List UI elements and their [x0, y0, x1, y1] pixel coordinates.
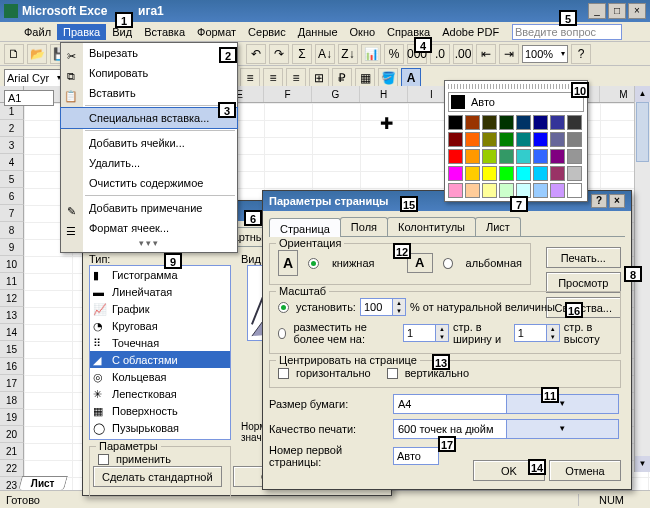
color-swatch[interactable] — [516, 132, 531, 147]
decrease-decimal-button[interactable]: .00 — [453, 44, 473, 64]
chart-type-item[interactable]: ▦Поверхность — [90, 402, 230, 419]
color-auto-button[interactable]: Авто — [448, 92, 584, 112]
color-swatch[interactable] — [550, 166, 565, 181]
font-color-button[interactable]: A — [401, 68, 421, 88]
align-center-button[interactable]: ≡ — [263, 68, 283, 88]
color-swatch[interactable] — [550, 132, 565, 147]
color-swatch[interactable] — [465, 132, 480, 147]
col-head-F[interactable]: F — [264, 86, 312, 102]
color-swatch[interactable] — [482, 166, 497, 181]
menu-expand-icon[interactable]: ▾▾▾ — [61, 238, 237, 252]
maximize-button[interactable]: □ — [608, 3, 626, 19]
color-swatch[interactable] — [465, 149, 480, 164]
color-swatch[interactable] — [533, 132, 548, 147]
color-swatch[interactable] — [465, 115, 480, 130]
color-swatch[interactable] — [448, 115, 463, 130]
color-swatch[interactable] — [533, 115, 548, 130]
make-default-button[interactable]: Сделать стандартной — [93, 466, 222, 487]
color-swatch[interactable] — [465, 183, 480, 198]
open-button[interactable]: 📂 — [27, 44, 47, 64]
color-swatch[interactable] — [550, 149, 565, 164]
chart-type-item[interactable]: ✳Лепестковая — [90, 385, 230, 402]
scroll-thumb[interactable] — [636, 102, 649, 162]
color-swatch[interactable] — [533, 166, 548, 181]
row-head-15[interactable]: 15 — [0, 341, 24, 358]
center-horiz-check[interactable] — [278, 368, 289, 379]
increase-decimal-button[interactable]: .0 — [430, 44, 450, 64]
currency-button[interactable]: ₽ — [332, 68, 352, 88]
row-head-8[interactable]: 8 — [0, 222, 24, 239]
col-head-G[interactable]: G — [312, 86, 360, 102]
zoom-combo[interactable]: 100% — [522, 45, 568, 63]
undo-button[interactable]: ↶ — [246, 44, 266, 64]
print-button[interactable]: Печать... — [546, 247, 621, 268]
color-swatch[interactable] — [516, 166, 531, 181]
row-head-20[interactable]: 20 — [0, 426, 24, 443]
page-cancel-button[interactable]: Отмена — [549, 460, 621, 481]
color-swatch[interactable] — [567, 149, 582, 164]
align-left-button[interactable]: ≡ — [240, 68, 260, 88]
center-vert-check[interactable] — [387, 368, 398, 379]
color-swatch[interactable] — [448, 166, 463, 181]
paper-combo[interactable]: A4▼ — [393, 394, 619, 414]
row-head-17[interactable]: 17 — [0, 375, 24, 392]
row-head-3[interactable]: 3 — [0, 137, 24, 154]
fit-to-radio[interactable] — [278, 328, 286, 339]
color-swatch[interactable] — [448, 132, 463, 147]
row-head-13[interactable]: 13 — [0, 307, 24, 324]
color-swatch[interactable] — [567, 183, 582, 198]
autosum-button[interactable]: Σ — [292, 44, 312, 64]
edit-menu-item[interactable]: ⧉Копировать — [61, 63, 237, 83]
chart-type-item[interactable]: ◢С областями — [90, 351, 230, 368]
apply-checkbox[interactable] — [98, 454, 109, 465]
edit-menu-item[interactable]: ✂Вырезать — [61, 43, 237, 63]
color-swatch[interactable] — [448, 149, 463, 164]
menu-tools[interactable]: Сервис — [242, 24, 292, 40]
color-swatch[interactable] — [499, 149, 514, 164]
edit-menu-item[interactable]: ✎Добавить примечание — [61, 198, 237, 218]
edit-menu-item[interactable]: Удалить... — [61, 153, 237, 173]
row-head-19[interactable]: 19 — [0, 409, 24, 426]
borders-button[interactable]: ▦ — [355, 68, 375, 88]
redo-button[interactable]: ↷ — [269, 44, 289, 64]
col-head-H[interactable]: H — [360, 86, 408, 102]
color-swatch[interactable] — [482, 115, 497, 130]
fill-color-button[interactable]: 🪣 — [378, 68, 398, 88]
color-swatch[interactable] — [499, 132, 514, 147]
adjust-to-radio[interactable] — [278, 302, 289, 313]
color-swatch[interactable] — [482, 183, 497, 198]
help-button[interactable]: ? — [571, 44, 591, 64]
edit-menu-item[interactable]: Очистить содержимое — [61, 173, 237, 193]
chart-type-item[interactable]: ◯Пузырьковая — [90, 419, 230, 436]
color-swatch[interactable] — [482, 132, 497, 147]
close-button[interactable]: × — [628, 3, 646, 19]
row-head-16[interactable]: 16 — [0, 358, 24, 375]
palette-grip[interactable] — [448, 84, 584, 89]
chart-type-item[interactable]: ◔Круговая — [90, 317, 230, 334]
row-head-21[interactable]: 21 — [0, 443, 24, 460]
chart-type-item[interactable]: ◎Кольцевая — [90, 368, 230, 385]
row-head-12[interactable]: 12 — [0, 290, 24, 307]
new-button[interactable]: 🗋 — [4, 44, 24, 64]
page-dialog-help[interactable]: ? — [591, 194, 607, 208]
landscape-radio[interactable] — [443, 258, 453, 269]
chart-type-list[interactable]: ▮Гистограмма▬Линейчатая📈График◔Круговая⠿… — [89, 265, 231, 440]
percent-button[interactable]: % — [384, 44, 404, 64]
color-swatch[interactable] — [448, 183, 463, 198]
edit-menu-item[interactable]: Специальная вставка... — [61, 108, 237, 128]
row-head-9[interactable]: 9 — [0, 239, 24, 256]
chart-type-item[interactable]: 📈График — [90, 300, 230, 317]
color-swatch[interactable] — [550, 183, 565, 198]
row-head-10[interactable]: 10 — [0, 256, 24, 273]
tab-page[interactable]: Страница — [269, 218, 341, 237]
menu-window[interactable]: Окно — [344, 24, 382, 40]
row-head-5[interactable]: 5 — [0, 171, 24, 188]
menu-adobe-pdf[interactable]: Adobe PDF — [436, 24, 505, 40]
sort-asc-button[interactable]: A↓ — [315, 44, 335, 64]
row-head-11[interactable]: 11 — [0, 273, 24, 290]
menu-file[interactable]: Файл — [18, 24, 57, 40]
edit-menu-item[interactable]: ☰Формат ячеек... — [61, 218, 237, 238]
align-right-button[interactable]: ≡ — [286, 68, 306, 88]
merge-button[interactable]: ⊞ — [309, 68, 329, 88]
color-swatch[interactable] — [499, 115, 514, 130]
